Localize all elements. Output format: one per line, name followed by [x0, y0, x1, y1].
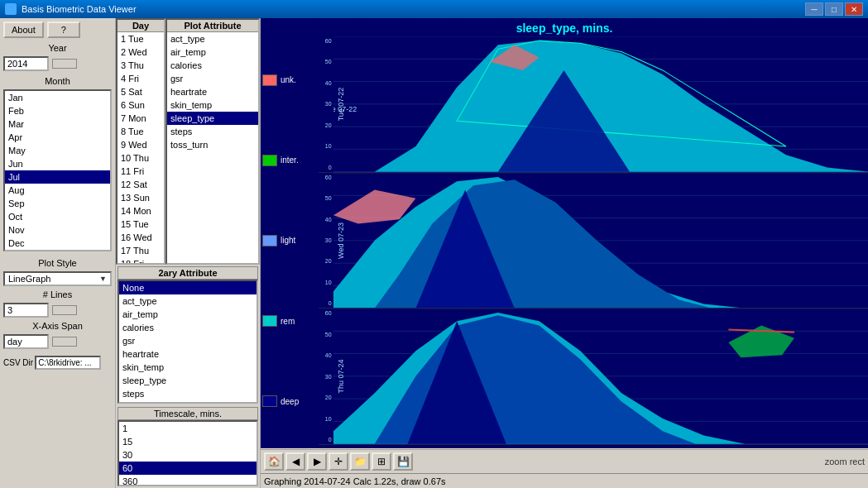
- secondary-item[interactable]: air_temp: [119, 308, 257, 321]
- y-20-1: 20: [319, 122, 333, 128]
- day-item[interactable]: 13 Sun: [117, 191, 164, 204]
- month-item-oct[interactable]: Oct: [5, 210, 110, 223]
- day-item[interactable]: 3 Thu: [117, 59, 164, 72]
- attr-item[interactable]: toss_turn: [167, 138, 258, 151]
- minimize-button[interactable]: ─: [805, 2, 823, 16]
- secondary-item[interactable]: act_type: [119, 294, 257, 308]
- xaxis-input[interactable]: [3, 334, 49, 349]
- status-bar: Graphing 2014-07-24 Calc 1.22s, draw 0.6…: [261, 473, 868, 488]
- next-button[interactable]: ▶: [307, 452, 327, 471]
- month-item-mar[interactable]: Mar: [5, 117, 110, 131]
- legend-label: rem: [281, 317, 295, 326]
- month-item-aug[interactable]: Aug: [5, 184, 110, 197]
- day-item[interactable]: 6 Sun: [117, 98, 164, 112]
- attr-item[interactable]: skin_temp: [167, 98, 258, 112]
- y-40-1: 40: [319, 80, 333, 86]
- secondary-header: 2ary Attribute: [117, 266, 258, 280]
- timescale-item[interactable]: 15: [119, 435, 257, 448]
- secondary-item[interactable]: sleep_type: [119, 374, 257, 387]
- attr-items: act_typeair_tempcaloriesgsrheartrateskin…: [167, 32, 258, 151]
- close-button[interactable]: ✕: [845, 2, 863, 16]
- day-item[interactable]: 8 Tue: [117, 125, 164, 138]
- attr-header: Plot Attribute: [167, 20, 258, 32]
- attr-item[interactable]: gsr: [167, 72, 258, 85]
- about-button[interactable]: About: [3, 22, 44, 38]
- secondary-item[interactable]: gsr: [119, 334, 257, 347]
- month-item-jul[interactable]: Jul: [5, 170, 110, 184]
- timescale-item[interactable]: 1: [119, 422, 257, 435]
- day-item[interactable]: 11 Fri: [117, 165, 164, 178]
- folder-button[interactable]: 📁: [350, 452, 370, 471]
- prev-button[interactable]: ◀: [285, 452, 305, 471]
- attr-item[interactable]: air_temp: [167, 45, 258, 59]
- timescale-item[interactable]: 360: [119, 475, 257, 486]
- month-item-jan[interactable]: Jan: [5, 91, 110, 104]
- year-label: Year: [3, 43, 112, 53]
- legend-item: light: [262, 235, 317, 246]
- day-item[interactable]: 9 Wed: [117, 138, 164, 151]
- chart-2-content: 60 50 40 30 20 10 0: [319, 173, 868, 309]
- xaxis-label: X-Axis Span: [3, 321, 112, 331]
- secondary-item[interactable]: toss_turn: [119, 400, 257, 404]
- csv-path[interactable]: C:\8rkidrive: ...: [35, 356, 101, 370]
- maximize-button[interactable]: □: [825, 2, 843, 16]
- day-item[interactable]: 1 Tue: [117, 32, 164, 45]
- day-item[interactable]: 16 Wed: [117, 231, 164, 244]
- day-item[interactable]: 10 Thu: [117, 151, 164, 165]
- y-50-3: 50: [319, 332, 333, 337]
- timescale-item[interactable]: 60: [119, 462, 257, 475]
- lines-input[interactable]: [3, 303, 49, 318]
- x-axis-row: 9p10p11p12a1a2a3a4a5a6a7a8a9a: [261, 445, 868, 448]
- save-button[interactable]: 💾: [393, 452, 413, 471]
- year-input[interactable]: [3, 56, 49, 71]
- sub-chart-1: 60 50 40 30 20 10 0: [319, 36, 868, 173]
- secondary-item[interactable]: steps: [119, 387, 257, 400]
- attr-item[interactable]: heartrate: [167, 85, 258, 98]
- y-50-1: 50: [319, 59, 333, 65]
- month-item-may[interactable]: May: [5, 144, 110, 157]
- month-item-dec[interactable]: Dec: [5, 237, 110, 250]
- attr-item[interactable]: calories: [167, 59, 258, 72]
- day-item[interactable]: 15 Tue: [117, 218, 164, 231]
- chart-title: sleep_type, mins.: [261, 18, 868, 36]
- attr-item[interactable]: act_type: [167, 32, 258, 45]
- secondary-list: Noneact_typeair_tempcaloriesgsrheartrate…: [117, 280, 258, 404]
- cross-button[interactable]: ✛: [328, 452, 348, 471]
- plot-style-select[interactable]: LineGraph ▼: [3, 271, 112, 286]
- app-title: Basis Biometric Data Viewer: [22, 4, 800, 14]
- lines-slider[interactable]: [52, 305, 77, 315]
- year-slider[interactable]: [52, 59, 77, 69]
- copy-button[interactable]: ⊞: [372, 452, 391, 471]
- month-item-sep[interactable]: Sep: [5, 197, 110, 210]
- help-button[interactable]: ?: [47, 22, 80, 38]
- legend-color-box: [262, 235, 277, 246]
- attr-item[interactable]: sleep_type: [167, 112, 258, 125]
- xaxis-slider[interactable]: [52, 337, 77, 347]
- title-bar: Basis Biometric Data Viewer ─ □ ✕: [0, 0, 868, 18]
- day-item[interactable]: 5 Sat: [117, 85, 164, 98]
- day-item[interactable]: 2 Wed: [117, 45, 164, 59]
- month-item-jun[interactable]: Jun: [5, 157, 110, 170]
- month-item-nov[interactable]: Nov: [5, 223, 110, 237]
- secondary-item[interactable]: calories: [119, 321, 257, 334]
- secondary-item[interactable]: None: [119, 281, 257, 294]
- day-item[interactable]: 18 Fri: [117, 257, 164, 265]
- window-controls: ─ □ ✕: [805, 2, 863, 16]
- day-item[interactable]: 14 Mon: [117, 204, 164, 218]
- day-item[interactable]: 7 Mon: [117, 112, 164, 125]
- secondary-item[interactable]: heartrate: [119, 347, 257, 361]
- plot-style-label: Plot Style: [3, 258, 112, 268]
- month-item-feb[interactable]: Feb: [5, 104, 110, 117]
- day-item[interactable]: 17 Thu: [117, 244, 164, 257]
- chart-svg-1: Tue 07-22: [333, 36, 868, 172]
- timescale-item[interactable]: 30: [119, 448, 257, 462]
- attr-item[interactable]: steps: [167, 125, 258, 138]
- day-header: Day: [117, 20, 164, 32]
- y-10-1: 10: [319, 143, 333, 149]
- day-item[interactable]: 4 Fri: [117, 72, 164, 85]
- month-item-apr[interactable]: Apr: [5, 131, 110, 144]
- y-10-2: 10: [319, 280, 333, 285]
- day-item[interactable]: 12 Sat: [117, 178, 164, 191]
- secondary-item[interactable]: skin_temp: [119, 361, 257, 374]
- home-button[interactable]: 🏠: [264, 452, 284, 471]
